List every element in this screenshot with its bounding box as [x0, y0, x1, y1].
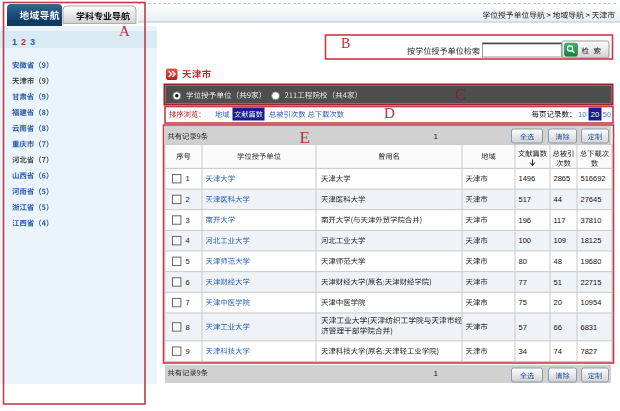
svg-text:1: 1	[12, 37, 17, 47]
svg-text:66: 66	[554, 323, 562, 332]
svg-text:1: 1	[434, 132, 439, 141]
svg-text:10954: 10954	[581, 298, 602, 307]
svg-text:57: 57	[519, 323, 527, 332]
svg-text:4: 4	[186, 236, 190, 245]
svg-text:196: 196	[519, 216, 532, 225]
svg-text:7827: 7827	[581, 347, 598, 356]
svg-text:516692: 516692	[581, 174, 606, 183]
svg-text:19680: 19680	[581, 257, 602, 266]
svg-text:77: 77	[519, 278, 527, 287]
svg-text:75: 75	[519, 298, 527, 307]
svg-text:20: 20	[554, 298, 562, 307]
svg-text:B: B	[341, 36, 350, 51]
svg-text:27645: 27645	[581, 195, 602, 204]
svg-text:34: 34	[519, 347, 527, 356]
svg-text:74: 74	[554, 347, 562, 356]
svg-text:117: 117	[554, 216, 566, 225]
svg-text:37810: 37810	[581, 216, 602, 225]
svg-text:100: 100	[519, 236, 532, 245]
svg-text:D: D	[384, 105, 395, 121]
svg-text:1496: 1496	[519, 174, 536, 183]
svg-text:50: 50	[603, 110, 611, 119]
svg-text:109: 109	[554, 236, 567, 245]
svg-text:2865: 2865	[554, 174, 571, 183]
svg-text:18125: 18125	[581, 236, 602, 245]
svg-text:3: 3	[186, 216, 190, 225]
svg-text:6: 6	[186, 278, 190, 287]
svg-text:C: C	[456, 86, 467, 103]
svg-text:E: E	[300, 128, 310, 147]
svg-text:80: 80	[519, 257, 527, 266]
svg-text:2: 2	[21, 37, 26, 47]
svg-text:8: 8	[186, 323, 190, 332]
svg-text:5: 5	[186, 257, 190, 266]
svg-text:44: 44	[554, 195, 562, 204]
svg-text:9: 9	[186, 347, 190, 356]
svg-text:20: 20	[591, 110, 599, 119]
svg-text:A: A	[119, 23, 130, 39]
svg-text:517: 517	[519, 195, 532, 204]
svg-text:6831: 6831	[581, 323, 598, 332]
svg-text:2: 2	[186, 195, 190, 204]
svg-text:10: 10	[578, 110, 586, 119]
svg-text:3: 3	[30, 37, 35, 47]
svg-text:51: 51	[554, 278, 562, 287]
svg-text:48: 48	[554, 257, 562, 266]
svg-text:1: 1	[434, 369, 439, 378]
svg-text:22715: 22715	[581, 278, 602, 287]
svg-text:1: 1	[186, 174, 190, 183]
svg-text:7: 7	[186, 298, 190, 307]
